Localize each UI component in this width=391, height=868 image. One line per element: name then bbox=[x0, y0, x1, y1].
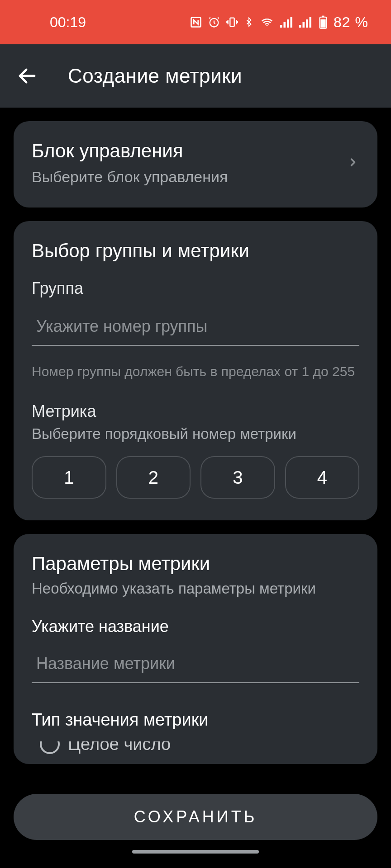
value-type-option-integer[interactable]: Целое число bbox=[32, 741, 359, 754]
svg-rect-9 bbox=[306, 19, 308, 28]
page-title: Создание метрики bbox=[68, 65, 242, 87]
svg-rect-8 bbox=[303, 22, 305, 28]
vibrate-icon bbox=[226, 16, 238, 28]
status-icons: 82 % bbox=[190, 14, 368, 31]
group-number-input[interactable] bbox=[32, 302, 359, 346]
control-block-card[interactable]: Блок управления Выберите блок управления bbox=[14, 121, 377, 208]
value-type-label: Тип значения метрики bbox=[32, 710, 359, 730]
params-subtitle: Необходимо указать параметры метрики bbox=[32, 580, 359, 597]
svg-rect-4 bbox=[284, 22, 286, 28]
signal-2-icon bbox=[299, 16, 313, 28]
params-title: Параметры метрики bbox=[32, 553, 359, 575]
metric-options-row: 1 2 3 4 bbox=[32, 456, 359, 499]
svg-rect-2 bbox=[230, 18, 234, 27]
group-helper-text: Номер группы должен быть в пределах от 1… bbox=[32, 364, 359, 379]
nfc-icon bbox=[190, 16, 202, 28]
value-type-option-label: Целое число bbox=[68, 741, 171, 754]
status-time: 00:19 bbox=[0, 14, 86, 31]
svg-rect-5 bbox=[287, 19, 289, 28]
back-button[interactable] bbox=[14, 62, 41, 90]
params-card: Параметры метрики Необходимо указать пар… bbox=[14, 534, 377, 764]
wifi-icon bbox=[259, 16, 275, 28]
home-indicator[interactable] bbox=[132, 850, 259, 854]
svg-rect-6 bbox=[291, 17, 293, 28]
group-metric-card: Выбор группы и метрики Группа Номер груп… bbox=[14, 221, 377, 520]
metric-name-input[interactable] bbox=[32, 639, 359, 683]
status-bar: 00:19 82 % bbox=[0, 0, 391, 44]
metric-sublabel: Выберите порядковый номер метрики bbox=[32, 425, 359, 443]
group-section-title: Выбор группы и метрики bbox=[32, 240, 359, 262]
svg-rect-3 bbox=[280, 25, 282, 28]
svg-rect-7 bbox=[299, 25, 301, 28]
metric-option-1[interactable]: 1 bbox=[32, 456, 106, 499]
save-button[interactable]: СОХРАНИТЬ bbox=[14, 794, 377, 840]
bluetooth-icon bbox=[244, 16, 254, 28]
alarm-icon bbox=[208, 16, 220, 28]
svg-rect-13 bbox=[320, 19, 325, 28]
metric-option-4[interactable]: 4 bbox=[285, 456, 360, 499]
group-label: Группа bbox=[32, 279, 359, 298]
footer: СОХРАНИТЬ bbox=[0, 776, 391, 868]
app-bar: Создание метрики bbox=[0, 44, 391, 108]
control-block-title: Блок управления bbox=[32, 140, 228, 162]
metric-option-2[interactable]: 2 bbox=[116, 456, 191, 499]
svg-rect-12 bbox=[322, 16, 324, 17]
content-scroll[interactable]: Блок управления Выберите блок управления… bbox=[0, 108, 391, 776]
battery-icon bbox=[318, 15, 328, 29]
svg-rect-10 bbox=[310, 17, 312, 28]
metric-label: Метрика bbox=[32, 402, 359, 421]
control-block-subtitle: Выберите блок управления bbox=[32, 168, 228, 186]
battery-percent: 82 % bbox=[334, 14, 368, 31]
metric-option-3[interactable]: 3 bbox=[200, 456, 275, 499]
radio-unchecked-icon bbox=[40, 741, 60, 754]
chevron-right-icon bbox=[347, 153, 359, 173]
arrow-left-icon bbox=[16, 65, 38, 87]
name-label: Укажите название bbox=[32, 617, 359, 636]
signal-1-icon bbox=[280, 16, 294, 28]
